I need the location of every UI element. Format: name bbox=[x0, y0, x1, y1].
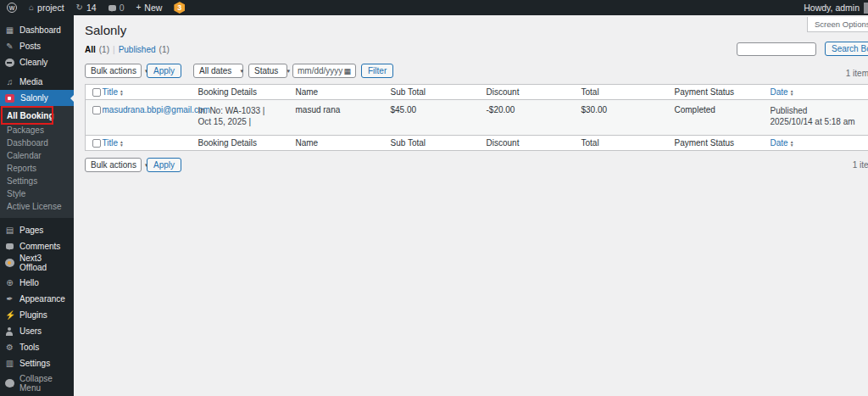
select-all-checkbox-bottom[interactable] bbox=[92, 139, 101, 148]
sidebar-item-dashboard[interactable]: ▦ Dashboard bbox=[0, 22, 74, 38]
column-label: Title bbox=[103, 138, 119, 148]
row-checkbox[interactable] bbox=[92, 106, 101, 114]
sidebar-item-users[interactable]: Users bbox=[0, 323, 74, 339]
search-area: Search Booking bbox=[737, 42, 868, 56]
salonly-icon bbox=[5, 94, 14, 103]
pages-icon: ▤ bbox=[5, 226, 14, 235]
sidebar-item-posts[interactable]: ✎ Posts bbox=[0, 38, 74, 54]
date-filter-input[interactable]: mm/dd/yyyy ▦ bbox=[292, 64, 356, 78]
booking-date: Oct 15, 2025 | bbox=[198, 116, 289, 127]
sidebar-item-salonly[interactable]: Salonly bbox=[0, 90, 74, 106]
column-total-bottom: Total bbox=[581, 136, 675, 151]
submenu-item-style[interactable]: Style bbox=[0, 187, 74, 200]
bulk-actions-select-bottom[interactable]: Bulk actions ▾ bbox=[85, 158, 142, 172]
submenu-item-calendar[interactable]: Calendar bbox=[0, 149, 74, 162]
cell-sub-total: $45.00 bbox=[391, 100, 487, 136]
cell-total: $30.00 bbox=[581, 100, 675, 136]
submenu-item-label: All Booking bbox=[7, 111, 54, 120]
sidebar-item-next3-offload[interactable]: Next3 Offload bbox=[0, 254, 74, 271]
column-name: Name bbox=[296, 85, 391, 100]
updates-count: 14 bbox=[86, 3, 97, 13]
table-row: masudrana.bbpi@gmail.com In. No: WA-1033… bbox=[86, 100, 868, 136]
filter-button[interactable]: Filter bbox=[361, 64, 393, 78]
updates-link[interactable]: ↻ 14 bbox=[76, 3, 97, 13]
separator: | bbox=[113, 45, 115, 54]
column-sub-total: Sub Total bbox=[391, 85, 487, 100]
collapse-arrow-icon: ◀ bbox=[5, 379, 14, 388]
bookings-table: Title ▴▾ Booking Details Name Sub Total … bbox=[85, 84, 868, 151]
settings-icon: ▥ bbox=[5, 359, 14, 368]
apply-button-bottom[interactable]: Apply bbox=[147, 158, 181, 172]
sidebar-item-media[interactable]: ♫ Media bbox=[0, 74, 74, 90]
sidebar-item-tools[interactable]: ⚙ Tools bbox=[0, 339, 74, 355]
sidebar-item-label: Tools bbox=[19, 343, 39, 352]
column-total: Total bbox=[581, 85, 675, 100]
select-all-checkbox[interactable] bbox=[92, 88, 101, 97]
submenu-item-settings[interactable]: Settings bbox=[0, 175, 74, 187]
screen-options-label: Screen Options bbox=[815, 20, 868, 29]
sidebar-item-plugins[interactable]: ⚡ Plugins bbox=[0, 307, 74, 323]
item-count-bottom: 1 item bbox=[853, 160, 868, 170]
chevron-down-icon: ▾ bbox=[287, 68, 290, 75]
bulk-actions-select[interactable]: Bulk actions ▾ bbox=[85, 64, 142, 78]
page: W ⌂ project ↻ 14 0 + New 3 Howdy, admin … bbox=[0, 0, 868, 396]
sidebar-item-label: Appearance bbox=[19, 294, 65, 304]
site-name-link[interactable]: ⌂ project bbox=[29, 3, 64, 13]
column-booking-details-bottom: Booking Details bbox=[198, 136, 296, 151]
status-select[interactable]: Status ▾ bbox=[248, 64, 287, 78]
sidebar-item-label: Posts bbox=[19, 42, 41, 51]
column-title-sort[interactable]: Title ▴▾ bbox=[103, 87, 123, 97]
status-label: Status bbox=[254, 66, 278, 75]
account-menu[interactable]: Howdy, admin bbox=[804, 3, 868, 14]
column-date-sort-bottom[interactable]: Date ▴▾ bbox=[771, 138, 793, 148]
avatar bbox=[864, 3, 868, 14]
collapse-menu-button[interactable]: ◀ Collapse Menu bbox=[0, 375, 74, 391]
howdy-label: Howdy, admin bbox=[804, 3, 860, 13]
view-all-link[interactable]: All bbox=[85, 45, 96, 54]
submenu-item-active-license[interactable]: Active License bbox=[0, 200, 74, 213]
item-count-top: 1 item bbox=[846, 69, 868, 78]
booking-title-link[interactable]: masudrana.bbpi@gmail.com bbox=[103, 105, 210, 114]
column-title-sort-bottom[interactable]: Title ▴▾ bbox=[103, 138, 123, 148]
submenu-item-all-booking[interactable]: All Booking bbox=[0, 109, 74, 124]
sidebar-item-hello[interactable]: ⊕ Hello bbox=[0, 275, 74, 291]
submenu-item-label: Settings bbox=[7, 176, 37, 186]
screen-options-button[interactable]: Screen Options ▼ bbox=[807, 17, 868, 32]
cleanly-icon bbox=[5, 59, 14, 67]
admin-sidebar: ▦ Dashboard ✎ Posts Cleanly ♫ Media Salo… bbox=[0, 15, 74, 396]
search-input[interactable] bbox=[737, 42, 816, 56]
submenu-item-packages[interactable]: Packages bbox=[0, 124, 74, 137]
comments-count: 0 bbox=[120, 3, 125, 13]
submenu-item-reports[interactable]: Reports bbox=[0, 162, 74, 175]
comment-bubble-icon bbox=[108, 5, 116, 11]
column-name-bottom: Name bbox=[296, 136, 391, 151]
new-content-menu[interactable]: + New bbox=[136, 3, 162, 13]
apply-button[interactable]: Apply bbox=[147, 64, 181, 78]
all-dates-select[interactable]: All dates ▾ bbox=[193, 64, 243, 78]
cell-publish-date: 2025/10/14 at 5:18 am bbox=[771, 116, 868, 127]
wordpress-menu[interactable]: W bbox=[7, 3, 17, 13]
view-published-link[interactable]: Published bbox=[119, 45, 156, 54]
next3-offload-icon bbox=[5, 259, 14, 267]
sidebar-item-comments[interactable]: Comments bbox=[0, 238, 74, 254]
sidebar-item-cleanly[interactable]: Cleanly bbox=[0, 54, 74, 70]
sidebar-item-label: Next3 Offload bbox=[19, 254, 69, 272]
posts-icon: ✎ bbox=[5, 42, 14, 51]
submenu-item-dashboard[interactable]: Dashboard bbox=[0, 137, 74, 149]
plugins-icon: ⚡ bbox=[5, 310, 14, 320]
appearance-icon: ✒ bbox=[5, 294, 14, 304]
site-name-label: project bbox=[37, 3, 64, 13]
notification-badge[interactable]: 3 bbox=[174, 2, 185, 14]
sidebar-item-settings[interactable]: ▥ Settings bbox=[0, 355, 74, 371]
media-icon: ♫ bbox=[5, 77, 14, 86]
column-booking-details: Booking Details bbox=[198, 85, 296, 100]
all-dates-label: All dates bbox=[199, 66, 231, 75]
sidebar-item-appearance[interactable]: ✒ Appearance bbox=[0, 291, 74, 307]
admin-bar: W ⌂ project ↻ 14 0 + New 3 Howdy, admin bbox=[0, 0, 868, 15]
column-date-sort[interactable]: Date ▴▾ bbox=[771, 87, 793, 97]
new-label: New bbox=[144, 3, 162, 13]
search-booking-button[interactable]: Search Booking bbox=[825, 42, 868, 56]
sidebar-item-pages[interactable]: ▤ Pages bbox=[0, 222, 74, 238]
wordpress-logo-icon: W bbox=[7, 3, 17, 13]
comments-link[interactable]: 0 bbox=[108, 3, 125, 13]
